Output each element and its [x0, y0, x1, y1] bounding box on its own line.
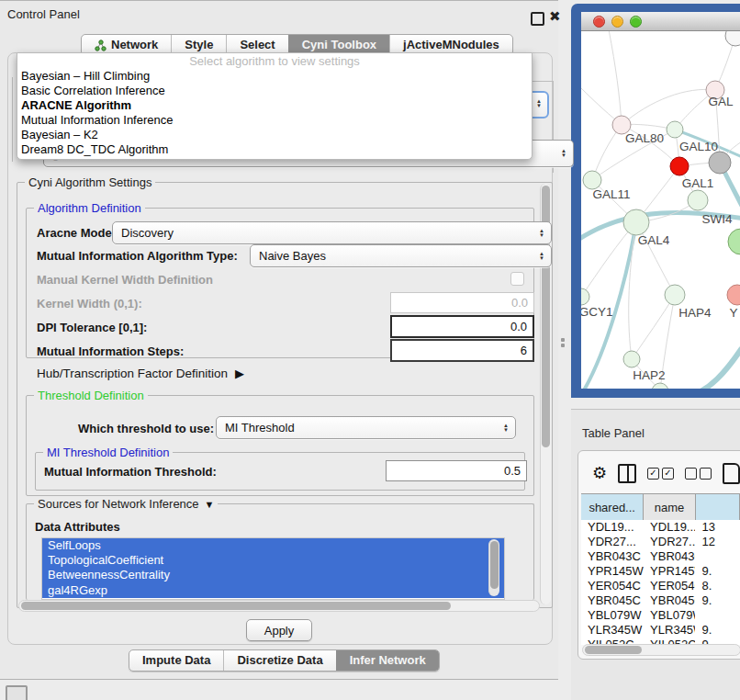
table-hscrollbar[interactable] — [582, 644, 740, 656]
table-body: YDL19...YDL19...13YDR27...YDR27...12YBR0… — [581, 520, 740, 645]
algorithm-definition-title: Algorithm Definition — [34, 201, 145, 215]
threshold-definition-title: Threshold Definition — [34, 389, 148, 402]
minimize-traffic-light-icon[interactable] — [611, 16, 623, 28]
close-traffic-light-icon[interactable] — [593, 16, 605, 28]
table-row[interactable]: YLR345WYLR345W9. — [581, 623, 740, 638]
dropdown-item-bayesian-hill-climbing[interactable]: Bayesian – Hill Climbing — [17, 69, 532, 84]
settings-hscrollbar-thumb[interactable] — [21, 602, 451, 610]
table-cell: YER054C — [644, 579, 695, 593]
network-edge — [687, 348, 740, 389]
column-header-name[interactable]: name — [644, 494, 695, 521]
tab-infer-network[interactable]: Infer Network — [336, 650, 439, 671]
dropdown-item-aracne-algorithm[interactable]: ARACNE Algorithm — [17, 98, 532, 113]
export-table-icon[interactable] — [723, 463, 740, 484]
network-node-gcy1[interactable] — [581, 288, 589, 305]
network-node-y[interactable] — [727, 285, 740, 305]
gear-icon[interactable]: ⚙ — [592, 463, 607, 483]
column-header-clipped[interactable] — [696, 494, 740, 521]
table-row[interactable]: YER054CYER054C8. — [581, 579, 740, 593]
mi-type-combobox[interactable]: Naive Bayes ▲▼ — [250, 244, 552, 267]
table-cell: YBL079W — [581, 608, 644, 623]
table-hscrollbar-thumb[interactable] — [585, 646, 642, 654]
network-node-gal4[interactable] — [623, 209, 649, 235]
kernel-width-label: Kernel Width (0,1): — [37, 297, 142, 310]
network-node[interactable] — [709, 152, 731, 174]
network-node-label: GCY1 — [581, 305, 612, 319]
column-layout-icon[interactable] — [618, 464, 636, 483]
network-node-gal1[interactable] — [670, 157, 689, 175]
table-cell: YLR345W — [581, 623, 644, 638]
tab-impute-data[interactable]: Impute Data — [129, 650, 223, 671]
table-row[interactable]: YBR045CYBR045C9. — [581, 593, 740, 608]
dpi-tolerance-field[interactable]: 0.0 — [390, 315, 534, 338]
close-icon[interactable]: ✖ — [549, 8, 561, 25]
mi-threshold-field[interactable]: 0.5 — [386, 460, 527, 481]
table-row[interactable]: YDL19...YDL19...13 — [581, 520, 740, 535]
dropdown-item-bayesian-k2[interactable]: Bayesian – K2 — [17, 128, 532, 142]
network-canvas[interactable]: GALGAL80GAL10GAL1GAL11SWI4GAL4GCY1HAP4YH… — [581, 31, 740, 389]
table-cell: 9. — [695, 623, 740, 638]
attributes-vscrollbar-thumb[interactable] — [490, 541, 499, 589]
table-cell: YBR045C — [581, 593, 644, 608]
dropdown-item-basic-correlation-inference[interactable]: Basic Correlation Inference — [17, 84, 532, 98]
zoom-traffic-light-icon[interactable] — [630, 16, 642, 28]
dropdown-prompt: Select algorithm to view settings — [17, 54, 532, 69]
table-panel-title: Table Panel — [582, 426, 645, 440]
attributes-vscrollbar[interactable] — [488, 539, 499, 596]
table-cell: YLR345W — [644, 623, 695, 638]
network-node[interactable] — [725, 31, 740, 46]
panel-divider-handle[interactable] — [561, 338, 565, 347]
table-row[interactable]: YDR27...YDR27...12 — [581, 535, 740, 549]
attribute-item-topologicalcoefficient[interactable]: TopologicalCoefficient — [42, 553, 504, 568]
table-row[interactable]: YPR145WYPR145W9. — [581, 564, 740, 579]
network-node-hap4[interactable] — [665, 285, 685, 305]
manual-kernel-label: Manual Kernel Width Definition — [37, 273, 213, 287]
network-node-gal11[interactable] — [583, 171, 601, 189]
settings-hscrollbar[interactable] — [18, 600, 540, 612]
dock-panel-icon[interactable] — [6, 685, 28, 700]
table-cell: YBR043C — [644, 549, 695, 564]
which-threshold-combobox[interactable]: MI Threshold ▲▼ — [216, 416, 516, 439]
float-panel-icon[interactable] — [531, 12, 544, 26]
attribute-item-gal4rgexp[interactable]: gal4RGexp — [42, 583, 504, 598]
mi-threshold-group-title: MI Threshold Definition — [43, 446, 173, 459]
apply-button[interactable]: Apply — [246, 619, 312, 641]
network-node[interactable] — [728, 229, 740, 254]
expander-arrow-down-icon: ▼ — [205, 499, 215, 510]
which-threshold-value: MI Threshold — [225, 421, 295, 435]
table-cell: YBL079W — [644, 608, 695, 623]
attribute-item-selfloops[interactable]: SelfLoops — [42, 538, 504, 553]
sources-group-title-wrap[interactable]: Sources for Network Inference ▼ — [34, 497, 218, 511]
network-edge — [609, 31, 622, 125]
network-node-label: GAL10 — [679, 140, 718, 153]
mi-threshold-label: Mutual Information Threshold: — [44, 465, 217, 479]
mi-steps-field[interactable]: 6 — [390, 339, 534, 362]
aracne-mode-combobox[interactable]: Discovery ▲▼ — [112, 221, 552, 244]
hub-definition-expander[interactable]: Hub/Transcription Factor Definition ▶ — [37, 367, 244, 380]
network-node-gal10[interactable] — [667, 121, 683, 138]
table-row[interactable]: YBR043CYBR043C — [581, 549, 740, 564]
network-window-titlebar[interactable] — [581, 12, 740, 31]
hide-columns-unchecked-icon[interactable] — [685, 468, 712, 480]
table-cell: YDL19... — [644, 520, 695, 535]
mi-type-label: Mutual Information Algorithm Type: — [37, 249, 238, 263]
show-columns-checked-icon[interactable]: ✓✓ — [647, 468, 674, 480]
table-cell: 12 — [695, 535, 740, 549]
aracne-mode-label: Aracne Mode: — [37, 226, 116, 240]
sources-group-title: Sources for Network Inference — [38, 497, 199, 511]
tab-discretize-data[interactable]: Discretize Data — [223, 650, 335, 671]
table-cell: 8. — [695, 579, 740, 593]
network-edge — [632, 295, 675, 359]
manual-kernel-checkbox[interactable] — [510, 272, 524, 286]
column-header-shared-name[interactable]: shared... — [581, 494, 644, 521]
network-node-swi4[interactable] — [688, 190, 708, 210]
table-cell: YER054C — [581, 579, 644, 593]
table-cell: YBR045C — [644, 593, 695, 608]
dropdown-item-mutual-information-inference[interactable]: Mutual Information Inference — [17, 113, 532, 128]
dropdown-item-dream8-dc-tdc-algorithm[interactable]: Dream8 DC_TDC Algorithm — [17, 142, 532, 157]
table-row[interactable]: YBL079WYBL079W — [581, 608, 740, 623]
network-node-hap2[interactable] — [623, 351, 640, 367]
kernel-width-field[interactable]: 0.0 — [390, 292, 534, 313]
network-node-label: GAL1 — [682, 176, 714, 190]
attribute-item-betweennesscentrality[interactable]: BetweennessCentrality — [42, 568, 504, 582]
